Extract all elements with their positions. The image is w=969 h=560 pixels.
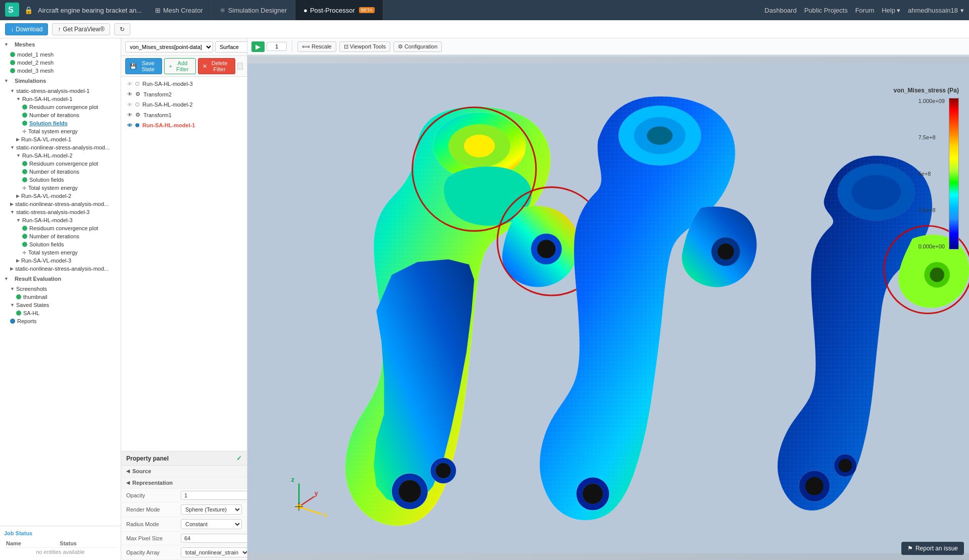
legend-mid-high: 7.5e+8	[919, 134, 945, 140]
nav-forum[interactable]: Forum	[855, 7, 875, 14]
tab-post-processor[interactable]: ● Post-Processor BETA	[295, 0, 383, 20]
opacity-array-select[interactable]: total_nonlinear_strain von_Mises_stress …	[181, 547, 247, 557]
tree-item-model1-mesh[interactable]: model_1 mesh	[0, 50, 121, 59]
status-icon	[22, 177, 27, 182]
tree-item-solution-fields-2[interactable]: Solution fields	[0, 176, 121, 184]
col-status: Status	[58, 539, 117, 548]
visibility-icon: 👁	[127, 81, 132, 87]
configuration-button[interactable]: ⚙ Configuration	[393, 41, 442, 52]
surface-select[interactable]: Surface Wireframe Surface With Edges	[215, 41, 247, 53]
tree-item-ssa-model3[interactable]: ▼ static-stress-analysis-model-3	[0, 208, 121, 216]
tree-item-thumbnail[interactable]: thumbnail	[0, 293, 121, 301]
get-paraview-button[interactable]: ↑ Get ParaView®	[52, 23, 110, 35]
result-evaluation-title[interactable]: ▼ Result Evaluation	[0, 273, 121, 285]
pipeline-item-transform1[interactable]: 👁 ⚙ Transform1	[121, 110, 247, 120]
pipeline-item-transform2[interactable]: 👁 ⚙ Transform2	[121, 89, 247, 99]
status-icon	[22, 121, 27, 126]
tree-item-iterations-2[interactable]: Number of iterations	[0, 168, 121, 176]
tree-item-run-sa-vl-3[interactable]: ▶ Run-SA-VL-model-3	[0, 257, 121, 265]
pipeline-item-run-sa-hl-2[interactable]: 👁 Run-SA-HL-model-2	[121, 99, 247, 110]
tree-item-residuum-3[interactable]: Residuum convergence plot	[0, 224, 121, 232]
status-icon	[22, 161, 27, 166]
expand-icon: ▶	[10, 201, 14, 207]
radius-mode-select[interactable]: Constant Variable	[181, 519, 242, 529]
property-row-opacity-array: Opacity Array total_nonlinear_strain von…	[121, 545, 247, 560]
status-icon	[22, 113, 27, 118]
max-pixel-input[interactable]	[181, 534, 247, 543]
field-select[interactable]: von_Mises_stress[point-data]	[125, 41, 213, 53]
legend-min: 0.000e+00	[919, 243, 945, 249]
tree-item-run-sa-hl-3[interactable]: ▼ Run-SA-HL-model-3	[0, 216, 121, 224]
pipeline-item-run-sa-hl-3[interactable]: 👁 Run-SA-HL-model-3	[121, 79, 247, 89]
tree-item-screenshots[interactable]: ▼ Screenshots	[0, 285, 121, 293]
expand-icon: ▼	[10, 145, 15, 150]
nav-dashboard[interactable]: Dashboard	[764, 7, 797, 14]
tree-item-solution-fields-1[interactable]: Solution fields	[0, 119, 121, 127]
legend-max: 1.000e+09	[919, 98, 945, 104]
status-icon	[16, 311, 21, 316]
play-button[interactable]: ▶	[251, 41, 265, 52]
tree-item-model3-mesh[interactable]: model_3 mesh	[0, 67, 121, 75]
svg-text:z: z	[291, 476, 294, 483]
frame-input[interactable]	[267, 42, 287, 51]
nav-help[interactable]: Help ▾	[882, 7, 900, 14]
tree-item-ssa-model1[interactable]: ▼ static-stress-analysis-model-1	[0, 87, 121, 95]
tree-item-snlsa-mod1[interactable]: ▼ static-nonlinear-stress-analysis-mod..…	[0, 143, 121, 151]
property-row-radius-mode: Radius Mode Constant Variable	[121, 517, 247, 532]
meshes-section-title[interactable]: ▼ Meshes	[0, 38, 121, 50]
add-filter-button[interactable]: + Add Filter	[164, 58, 195, 74]
tree-item-saved-states[interactable]: ▼ Saved States	[0, 301, 121, 309]
refresh-icon: ↻	[120, 26, 125, 33]
tab-mesh-creator[interactable]: ⊞ Mesh Creator	[147, 0, 212, 20]
tree-item-sa-hl[interactable]: SA-HL	[0, 309, 121, 317]
tree-item-run-sa-vl-1[interactable]: ▶ Run-SA-VL-model-1	[0, 135, 121, 143]
pipeline-item-run-sa-hl-1[interactable]: 👁 Run-SA-HL-model-1	[121, 120, 247, 130]
svg-point-5	[464, 135, 495, 158]
tree-item-residuum-2[interactable]: Residuum convergence plot	[0, 160, 121, 168]
tree-item-model2-mesh[interactable]: model_2 mesh	[0, 59, 121, 67]
svg-point-7	[398, 480, 421, 502]
visibility-icon: 👁	[127, 112, 132, 118]
filter-actions-toolbar: 💾 Save State + Add Filter ✕ Delete Filte…	[121, 56, 247, 77]
tree-item-system-energy-3[interactable]: ✛ Total system energy	[0, 248, 121, 257]
plus-icon: ✛	[22, 129, 26, 134]
pin-icon[interactable]: ✓	[236, 454, 242, 462]
status-icon	[22, 234, 27, 239]
render-mode-select[interactable]: Sphere (Texture) Points Gaussian Blur Sp…	[181, 504, 242, 515]
tree-item-run-sa-vl-2[interactable]: ▶ Run-SA-VL-model-2	[0, 192, 121, 200]
tree-item-residuum-1[interactable]: Residuum convergence plot	[0, 103, 121, 111]
representation-section[interactable]: ◀ Representation	[121, 477, 247, 489]
logo: S	[5, 3, 19, 18]
tree-item-run-sa-hl-1[interactable]: ▼ Run-SA-HL-model-1	[0, 95, 121, 103]
panel-toggle-button[interactable]	[237, 63, 243, 70]
tree-item-system-energy-2[interactable]: ✛ Total system energy	[0, 184, 121, 192]
rescale-button[interactable]: ⟺ Rescale	[297, 41, 336, 52]
tree-item-iterations-3[interactable]: Number of iterations	[0, 232, 121, 240]
expand-icon: ▶	[10, 266, 14, 271]
refresh-button[interactable]: ↻	[114, 23, 130, 35]
legend-mid: 5e+8	[919, 171, 945, 177]
simulations-section-title[interactable]: ▼ Simulations	[0, 75, 121, 87]
tree-item-run-sa-hl-2[interactable]: ▼ Run-SA-HL-model-2	[0, 151, 121, 160]
tree-item-snlsa-mod2[interactable]: ▶ static-nonlinear-stress-analysis-mod..…	[0, 200, 121, 208]
tree-item-snlsa-mod3[interactable]: ▶ static-nonlinear-stress-analysis-mod..…	[0, 265, 121, 273]
opacity-input[interactable]	[181, 491, 247, 500]
save-state-button[interactable]: 💾 Save State	[125, 58, 162, 74]
tree-item-system-energy-1[interactable]: ✛ Total system energy	[0, 127, 121, 135]
report-issue-button[interactable]: ⚑ Report an issue	[901, 542, 964, 555]
tab-simulation-designer[interactable]: ⚛ Simulation Designer	[212, 0, 295, 20]
middle-panel: von_Mises_stress[point-data] Surface Wir…	[121, 38, 247, 560]
tree-item-reports[interactable]: Reports	[0, 317, 121, 325]
meshes-section: ▼ Meshes model_1 mesh model_2 mesh model…	[0, 38, 121, 75]
user-menu[interactable]: ahmedhussain18 ▾	[908, 7, 964, 14]
delete-filter-button[interactable]: ✕ Delete Filter	[198, 58, 235, 74]
download-button[interactable]: ↓ Download	[5, 23, 48, 35]
tree-item-iterations-1[interactable]: Number of iterations	[0, 111, 121, 119]
grid-icon: ⊞	[155, 7, 161, 14]
tree-item-solution-fields-3[interactable]: Solution fields	[0, 240, 121, 248]
nav-public-projects[interactable]: Public Projects	[804, 7, 848, 14]
gear-icon: ⚙	[135, 91, 140, 97]
source-section[interactable]: ◀ Source	[121, 466, 247, 477]
viewport-tools-button[interactable]: ⊡ Viewport Tools	[339, 41, 390, 52]
color-legend-bar	[949, 98, 959, 249]
